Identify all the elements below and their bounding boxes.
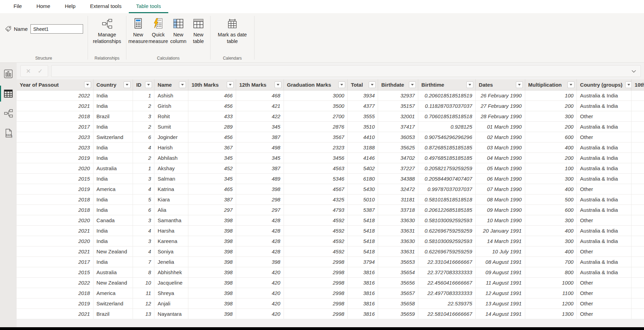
table-cell[interactable]: 398 [188, 246, 236, 257]
tab-file[interactable]: File [6, 0, 29, 13]
filter-dropdown-icon[interactable] [409, 81, 416, 88]
table-cell[interactable] [632, 194, 644, 205]
table-cell[interactable]: 08 March 1990 [476, 194, 525, 205]
table-cell[interactable]: 0.206018518518519 [418, 90, 476, 101]
sidebar-item-model-view[interactable] [0, 105, 17, 122]
table-cell[interactable]: 2022 [17, 90, 93, 101]
table-cell[interactable]: 468 [236, 90, 284, 101]
table-cell[interactable] [632, 215, 644, 225]
table-cell[interactable]: 3934 [348, 90, 378, 101]
new-table-button[interactable]: New table [188, 17, 208, 45]
table-cell[interactable]: 0.581030092592593 [418, 236, 476, 246]
column-header[interactable]: 10th Marks [188, 79, 236, 90]
table-cell[interactable]: India [93, 205, 133, 215]
table-cell[interactable]: 33630 [378, 215, 418, 225]
table-cell[interactable]: 7 [133, 257, 154, 267]
table-cell[interactable]: 297 [236, 205, 284, 215]
table-cell[interactable]: Akshay [154, 163, 188, 173]
table-cell[interactable]: 07 March 1990 [476, 184, 525, 194]
table-cell[interactable]: 0.497685185185185 [418, 153, 476, 163]
table-cell[interactable]: 37227 [378, 163, 418, 173]
table-cell[interactable]: 200 [525, 101, 577, 111]
tab-home[interactable]: Home [29, 0, 57, 13]
table-cell[interactable]: Brazil [93, 309, 133, 319]
table-cell[interactable]: Joginder [154, 132, 188, 142]
table-cell[interactable]: 31181 [378, 194, 418, 205]
table-cell[interactable]: 33631 [378, 226, 418, 236]
table-cell[interactable] [632, 142, 644, 153]
table-cell[interactable] [632, 153, 644, 163]
table-cell[interactable]: 398 [188, 278, 236, 288]
table-cell[interactable] [632, 101, 644, 111]
table-cell[interactable]: 3500 [284, 101, 348, 111]
table-cell[interactable]: 3555 [348, 111, 378, 121]
table-cell[interactable]: 200 [525, 153, 577, 163]
table-cell[interactable]: Other [577, 215, 632, 225]
table-cell[interactable]: Australia & India [577, 267, 632, 277]
table-cell[interactable]: 34702 [378, 153, 418, 163]
column-header[interactable]: Multiplication [525, 79, 577, 90]
table-cell[interactable]: 6 [133, 132, 154, 142]
table-cell[interactable]: 32472 [378, 184, 418, 194]
table-cell[interactable]: India [93, 122, 133, 132]
table-cell[interactable]: 2020 [17, 163, 93, 173]
table-cell[interactable]: 398 [188, 267, 236, 277]
table-cell[interactable]: 5418 [348, 226, 378, 236]
table-cell[interactable]: 2022 [17, 278, 93, 288]
table-cell[interactable]: 6180 [348, 174, 378, 184]
table-cell[interactable]: 421 [236, 101, 284, 111]
table-cell[interactable]: 400 [525, 226, 577, 236]
table-cell[interactable]: Australia & India [577, 163, 632, 173]
table-cell[interactable]: 466 [188, 90, 236, 101]
table-cell[interactable]: 452 [188, 163, 236, 173]
table-cell[interactable]: 4563 [284, 163, 348, 173]
table-cell[interactable]: 3 [133, 215, 154, 225]
table-cell[interactable]: 489 [236, 174, 284, 184]
table-cell[interactable] [632, 257, 644, 267]
table-cell[interactable]: 2020 [17, 215, 93, 225]
table-cell[interactable]: 12 [133, 298, 154, 309]
table-cell[interactable]: 400 [525, 142, 577, 153]
table-cell[interactable]: 3816 [348, 278, 378, 288]
table-cell[interactable]: 2998 [284, 309, 348, 319]
table-cell[interactable]: 2020 [17, 236, 93, 246]
table-cell[interactable]: 5418 [348, 215, 378, 225]
table-cell[interactable]: 03 March 1990 [476, 142, 525, 153]
table-cell[interactable]: 456 [188, 132, 236, 142]
table-cell[interactable]: 3 [133, 174, 154, 184]
table-cell[interactable]: 34388 [378, 174, 418, 184]
table-cell[interactable]: 345 [236, 153, 284, 163]
table-cell[interactable]: 300 [525, 174, 577, 184]
cancel-formula-icon[interactable]: ✕ [26, 68, 31, 74]
table-cell[interactable]: 8 [133, 267, 154, 277]
table-cell[interactable]: Rohit [154, 111, 188, 121]
table-cell[interactable]: 2015 [17, 267, 93, 277]
table-cell[interactable]: 2998 [284, 288, 348, 298]
table-cell[interactable]: 2018 [17, 205, 93, 215]
table-cell[interactable]: Other [577, 309, 632, 319]
filter-dropdown-icon[interactable] [466, 81, 473, 88]
chevron-down-icon[interactable] [632, 70, 636, 73]
table-cell[interactable]: 01 March 1990 [476, 122, 525, 132]
table-cell[interactable]: 428 [236, 226, 284, 236]
table-cell[interactable]: 0.205821759259259 [418, 163, 476, 173]
table-cell[interactable]: Australia & India [577, 153, 632, 163]
table-cell[interactable]: 2 [133, 122, 154, 132]
filter-dropdown-icon[interactable] [124, 81, 131, 88]
filter-dropdown-icon[interactable] [516, 81, 523, 88]
table-cell[interactable]: Abhilash [154, 153, 188, 163]
table-cell[interactable]: 2023 [17, 142, 93, 153]
table-cell[interactable] [632, 184, 644, 194]
filter-dropdown-icon[interactable] [338, 81, 345, 88]
table-cell[interactable]: India [93, 174, 133, 184]
table-cell[interactable]: Abhishhek [154, 267, 188, 277]
table-cell[interactable]: 422 [236, 111, 284, 121]
table-cell[interactable]: 5402 [348, 163, 378, 173]
table-cell[interactable]: Australia [93, 267, 133, 277]
table-cell[interactable]: 14 August 1991 [476, 309, 525, 319]
table-cell[interactable]: Jacqueline [154, 278, 188, 288]
table-cell[interactable]: 2018 [17, 288, 93, 298]
table-cell[interactable]: 37417 [378, 122, 418, 132]
table-cell[interactable]: 2015 [17, 174, 93, 184]
table-cell[interactable] [632, 278, 644, 288]
